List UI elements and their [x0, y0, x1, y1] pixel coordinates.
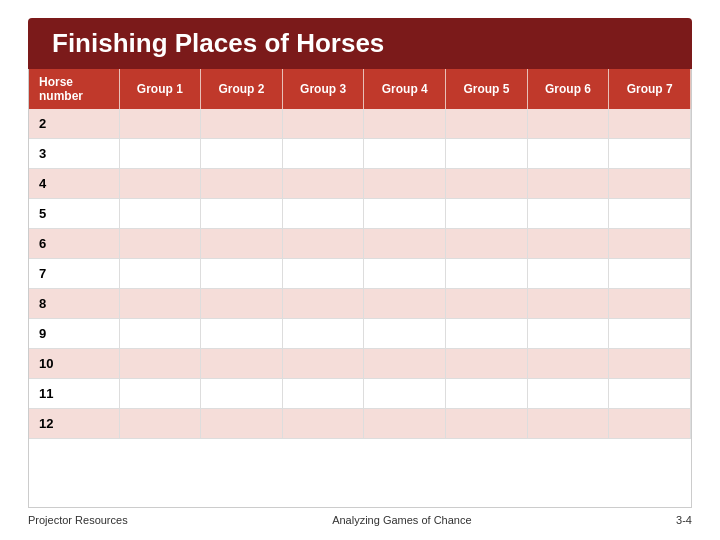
- cell-group-5: [446, 259, 528, 289]
- cell-group-6: [527, 409, 609, 439]
- cell-group-7: [609, 169, 691, 199]
- table-row: 6: [29, 229, 691, 259]
- cell-group-6: [527, 109, 609, 139]
- cell-group-3: [282, 169, 364, 199]
- cell-group-2: [201, 409, 283, 439]
- cell-group-4: [364, 319, 446, 349]
- cell-group-5: [446, 139, 528, 169]
- table-row: 2: [29, 109, 691, 139]
- cell-horse-number: 11: [29, 379, 119, 409]
- cell-group-2: [201, 379, 283, 409]
- cell-group-7: [609, 289, 691, 319]
- cell-group-4: [364, 349, 446, 379]
- cell-group-4: [364, 229, 446, 259]
- cell-group-5: [446, 319, 528, 349]
- cell-group-5: [446, 169, 528, 199]
- cell-group-4: [364, 409, 446, 439]
- table-row: 5: [29, 199, 691, 229]
- table-row: 12: [29, 409, 691, 439]
- cell-group-6: [527, 229, 609, 259]
- cell-group-7: [609, 139, 691, 169]
- cell-horse-number: 9: [29, 319, 119, 349]
- table-row: 11: [29, 379, 691, 409]
- cell-horse-number: 7: [29, 259, 119, 289]
- cell-horse-number: 10: [29, 349, 119, 379]
- cell-group-6: [527, 349, 609, 379]
- col-header-group7: Group 7: [609, 69, 691, 109]
- cell-group-7: [609, 109, 691, 139]
- table-row: 3: [29, 139, 691, 169]
- cell-group-1: [119, 229, 201, 259]
- cell-group-2: [201, 169, 283, 199]
- cell-group-1: [119, 259, 201, 289]
- cell-group-1: [119, 289, 201, 319]
- cell-group-2: [201, 319, 283, 349]
- table-row: 7: [29, 259, 691, 289]
- cell-group-4: [364, 259, 446, 289]
- cell-group-1: [119, 139, 201, 169]
- table-row: 8: [29, 289, 691, 319]
- cell-group-6: [527, 259, 609, 289]
- cell-group-7: [609, 409, 691, 439]
- cell-group-5: [446, 199, 528, 229]
- cell-group-2: [201, 259, 283, 289]
- cell-group-2: [201, 109, 283, 139]
- col-header-horse: Horsenumber: [29, 69, 119, 109]
- col-header-group5: Group 5: [446, 69, 528, 109]
- cell-group-6: [527, 139, 609, 169]
- col-header-group6: Group 6: [527, 69, 609, 109]
- cell-group-4: [364, 109, 446, 139]
- cell-group-4: [364, 139, 446, 169]
- table-row: 10: [29, 349, 691, 379]
- col-header-group3: Group 3: [282, 69, 364, 109]
- cell-group-3: [282, 229, 364, 259]
- cell-horse-number: 12: [29, 409, 119, 439]
- cell-group-5: [446, 289, 528, 319]
- footer-left: Projector Resources: [28, 514, 128, 526]
- cell-group-4: [364, 169, 446, 199]
- cell-group-3: [282, 349, 364, 379]
- cell-group-3: [282, 259, 364, 289]
- cell-horse-number: 4: [29, 169, 119, 199]
- footer-center: Analyzing Games of Chance: [332, 514, 471, 526]
- cell-group-7: [609, 349, 691, 379]
- cell-group-4: [364, 379, 446, 409]
- cell-group-1: [119, 319, 201, 349]
- cell-group-1: [119, 199, 201, 229]
- main-table: Horsenumber Group 1 Group 2 Group 3 Grou…: [29, 69, 691, 439]
- cell-group-6: [527, 319, 609, 349]
- cell-group-2: [201, 229, 283, 259]
- col-header-group2: Group 2: [201, 69, 283, 109]
- cell-group-2: [201, 139, 283, 169]
- footer: Projector Resources Analyzing Games of C…: [28, 508, 692, 526]
- cell-group-6: [527, 379, 609, 409]
- cell-horse-number: 8: [29, 289, 119, 319]
- cell-group-1: [119, 379, 201, 409]
- cell-horse-number: 5: [29, 199, 119, 229]
- cell-group-1: [119, 409, 201, 439]
- cell-group-4: [364, 199, 446, 229]
- cell-group-1: [119, 109, 201, 139]
- table-wrapper: Horsenumber Group 1 Group 2 Group 3 Grou…: [28, 69, 692, 508]
- cell-group-5: [446, 409, 528, 439]
- cell-group-2: [201, 289, 283, 319]
- cell-group-5: [446, 109, 528, 139]
- cell-group-5: [446, 349, 528, 379]
- col-header-group1: Group 1: [119, 69, 201, 109]
- footer-page: 3-4: [676, 514, 692, 526]
- cell-group-3: [282, 289, 364, 319]
- cell-group-2: [201, 199, 283, 229]
- cell-group-5: [446, 229, 528, 259]
- cell-group-3: [282, 379, 364, 409]
- cell-group-4: [364, 289, 446, 319]
- cell-group-7: [609, 259, 691, 289]
- page-title: Finishing Places of Horses: [28, 18, 692, 69]
- page: Finishing Places of Horses Horsenumber G…: [0, 0, 720, 540]
- cell-group-2: [201, 349, 283, 379]
- cell-group-7: [609, 199, 691, 229]
- cell-group-6: [527, 289, 609, 319]
- cell-group-3: [282, 139, 364, 169]
- cell-group-1: [119, 349, 201, 379]
- table-row: 9: [29, 319, 691, 349]
- cell-group-3: [282, 109, 364, 139]
